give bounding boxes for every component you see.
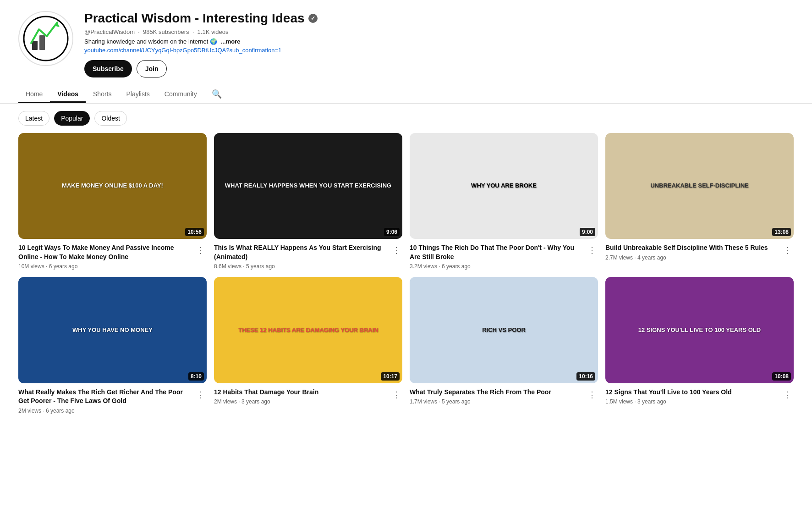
nav-item-home[interactable]: Home (18, 85, 50, 103)
video-info: This Is What REALLY Happens As You Start… (214, 243, 402, 270)
channel-info: Practical Wisdom - Interesting Ideas @Pr… (84, 11, 794, 77)
video-card[interactable]: WHY YOU ARE BROKE 9:00 10 Things The Ric… (410, 133, 598, 270)
video-info: What Really Makes The Rich Get Richer An… (18, 388, 207, 414)
channel-meta: @PracticalWisdom · 985K subscribers · 1.… (84, 28, 794, 35)
subscribe-button[interactable]: Subscribe (84, 60, 132, 77)
video-info: 10 Things The Rich Do That The Poor Don'… (410, 243, 598, 270)
video-title[interactable]: What Really Makes The Rich Get Richer An… (18, 388, 191, 406)
video-thumbnail[interactable]: WHY YOU HAVE NO MONEY 8:10 (18, 277, 207, 383)
thumbnail-text: MAKE MONEY ONLINE $100 A DAY! (62, 182, 163, 190)
channel-name-text: Practical Wisdom - Interesting Ideas (84, 11, 305, 26)
video-card[interactable]: MAKE MONEY ONLINE $100 A DAY! 10:56 10 L… (18, 133, 207, 270)
channel-actions: Subscribe Join (84, 60, 794, 77)
video-thumbnail[interactable]: WHY YOU ARE BROKE 9:00 (410, 133, 598, 239)
channel-nav: Home Videos Shorts Playlists Community 🔍 (0, 85, 812, 104)
thumbnail-text: 12 signs you'll live to 100 Years old (638, 326, 761, 334)
thumbnail-text: WHY YOU ARE BROKE (471, 182, 537, 190)
video-text: Build Unbreakable Self Discipline With T… (605, 243, 778, 261)
thumbnail-text: WHAT REALLY HAPPENS WHEN YOU START EXERC… (225, 182, 391, 190)
channel-logo-svg (23, 16, 69, 61)
channel-url-link[interactable]: youtube.com/channel/UCYyqGqI-bpzGpo5DBtU… (84, 47, 794, 54)
more-button[interactable]: ...more (221, 38, 241, 45)
video-duration: 9:00 (580, 228, 595, 236)
video-info: Build Unbreakable Self Discipline With T… (605, 243, 794, 261)
video-thumbnail[interactable]: MAKE MONEY ONLINE $100 A DAY! 10:56 (18, 133, 207, 239)
video-text: 10 Things The Rich Do That The Poor Don'… (410, 243, 582, 270)
video-thumbnail[interactable]: Unbreakable Self-Discipline 13:08 (605, 133, 794, 239)
video-info: 10 Legit Ways To Make Money And Passive … (18, 243, 207, 270)
video-info: 12 Signs That You'll Live to 100 Years O… (605, 388, 794, 405)
video-duration: 10:17 (381, 372, 400, 381)
channel-header: Practical Wisdom - Interesting Ideas @Pr… (0, 0, 812, 85)
video-title[interactable]: 10 Things The Rich Do That The Poor Don'… (410, 243, 582, 261)
thumbnail-text: Unbreakable Self-Discipline (650, 182, 749, 190)
video-meta: 1.5M views · 3 years ago (605, 398, 778, 405)
video-card[interactable]: WHY YOU HAVE NO MONEY 8:10 What Really M… (18, 277, 207, 414)
video-text: What Really Makes The Rich Get Richer An… (18, 388, 191, 414)
video-duration: 9:06 (384, 228, 400, 236)
video-text: This Is What REALLY Happens As You Start… (214, 243, 387, 270)
video-title[interactable]: 12 Signs That You'll Live to 100 Years O… (605, 388, 778, 397)
video-thumbnail[interactable]: THESE 12 HABITS ARE DAMAGING YOUR BRAIN … (214, 277, 402, 383)
svg-rect-2 (39, 35, 45, 50)
video-menu-button[interactable]: ⋮ (782, 243, 794, 261)
nav-item-community[interactable]: Community (157, 85, 204, 103)
nav-item-videos[interactable]: Videos (50, 85, 86, 103)
video-text: 12 Habits That Damage Your Brain 2M view… (214, 388, 387, 405)
thumbnail-text: WHY YOU HAVE NO MONEY (72, 326, 153, 334)
video-title[interactable]: 10 Legit Ways To Make Money And Passive … (18, 243, 191, 261)
video-thumbnail[interactable]: 12 signs you'll live to 100 Years old 10… (605, 277, 794, 383)
video-card[interactable]: Unbreakable Self-Discipline 13:08 Build … (605, 133, 794, 270)
video-duration: 10:56 (185, 228, 204, 236)
thumbnail-text: THESE 12 HABITS ARE DAMAGING YOUR BRAIN (238, 326, 379, 334)
video-menu-button[interactable]: ⋮ (782, 388, 794, 405)
video-menu-button[interactable]: ⋮ (586, 388, 598, 405)
video-meta: 2M views · 3 years ago (214, 398, 387, 405)
join-button[interactable]: Join (137, 60, 167, 77)
video-grid: MAKE MONEY ONLINE $100 A DAY! 10:56 10 L… (0, 133, 812, 432)
video-menu-button[interactable]: ⋮ (390, 388, 402, 405)
filter-latest[interactable]: Latest (18, 111, 49, 126)
video-text: 12 Signs That You'll Live to 100 Years O… (605, 388, 778, 405)
video-text: 10 Legit Ways To Make Money And Passive … (18, 243, 191, 270)
channel-videos: 1.1K videos (198, 28, 229, 35)
verified-icon (308, 14, 318, 23)
video-menu-button[interactable]: ⋮ (195, 388, 207, 414)
video-text: What Truly Separates The Rich From The P… (410, 388, 582, 405)
nav-item-playlists[interactable]: Playlists (119, 85, 157, 103)
video-title[interactable]: 12 Habits That Damage Your Brain (214, 388, 387, 397)
video-menu-button[interactable]: ⋮ (586, 243, 598, 270)
filter-popular[interactable]: Popular (54, 111, 90, 126)
channel-subscribers: 985K subscribers (143, 28, 189, 35)
svg-point-0 (24, 17, 68, 61)
video-duration: 13:08 (772, 228, 791, 236)
video-title[interactable]: What Truly Separates The Rich From The P… (410, 388, 582, 397)
search-icon[interactable]: 🔍 (208, 85, 225, 103)
video-card[interactable]: WHAT REALLY HAPPENS WHEN YOU START EXERC… (214, 133, 402, 270)
channel-name: Practical Wisdom - Interesting Ideas (84, 11, 794, 26)
channel-handle: @PracticalWisdom (84, 28, 135, 35)
video-info: What Truly Separates The Rich From The P… (410, 388, 598, 405)
channel-desc-text: Sharing knowledge and wisdom on the inte… (84, 38, 217, 45)
video-meta: 2.7M views · 4 years ago (605, 254, 778, 261)
video-thumbnail[interactable]: WHAT REALLY HAPPENS WHEN YOU START EXERC… (214, 133, 402, 239)
video-title[interactable]: Build Unbreakable Self Discipline With T… (605, 243, 778, 253)
video-card[interactable]: RICH vs POOR 10:16 What Truly Separates … (410, 277, 598, 414)
video-duration: 10:08 (772, 372, 791, 381)
video-meta: 10M views · 6 years ago (18, 263, 191, 270)
filter-bar: Latest Popular Oldest (0, 104, 812, 133)
video-card[interactable]: 12 signs you'll live to 100 Years old 10… (605, 277, 794, 414)
video-title[interactable]: This Is What REALLY Happens As You Start… (214, 243, 387, 261)
video-meta: 2M views · 6 years ago (18, 408, 191, 414)
video-menu-button[interactable]: ⋮ (390, 243, 402, 270)
video-meta: 1.7M views · 5 years ago (410, 398, 582, 405)
nav-item-shorts[interactable]: Shorts (86, 85, 119, 103)
video-thumbnail[interactable]: RICH vs POOR 10:16 (410, 277, 598, 383)
filter-oldest[interactable]: Oldest (94, 111, 126, 126)
video-meta: 3.2M views · 6 years ago (410, 263, 582, 270)
video-menu-button[interactable]: ⋮ (195, 243, 207, 270)
video-info: 12 Habits That Damage Your Brain 2M view… (214, 388, 402, 405)
channel-logo (18, 11, 73, 66)
video-duration: 10:16 (576, 372, 595, 381)
video-card[interactable]: THESE 12 HABITS ARE DAMAGING YOUR BRAIN … (214, 277, 402, 414)
